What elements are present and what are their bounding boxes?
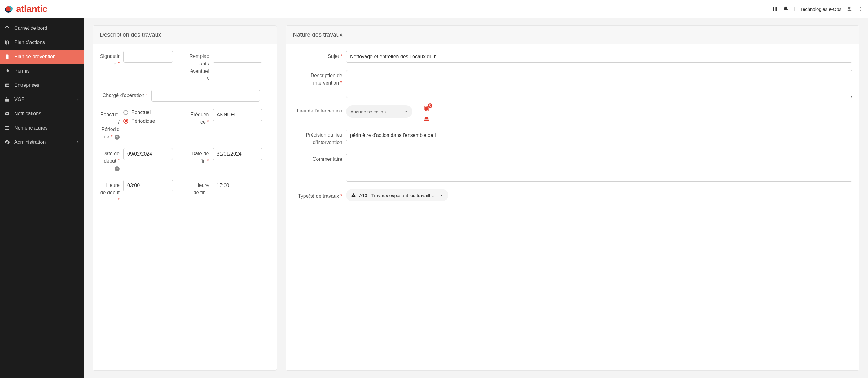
svg-rect-11 (8, 97, 8, 98)
sidebar: Carnet de bord Plan d'actions Plan de pr… (0, 18, 84, 378)
svg-point-5 (6, 85, 7, 86)
envelope-icon (4, 111, 10, 117)
chevron-down-icon (404, 110, 408, 114)
input-frequence[interactable] (213, 109, 262, 121)
input-remplacants[interactable] (213, 51, 262, 63)
input-heure-fin[interactable] (213, 180, 262, 191)
label-commentaire: Commentaire (293, 154, 342, 163)
svg-rect-14 (5, 128, 9, 128)
brand[interactable]: atlantic (4, 4, 48, 14)
sidebar-item-label: Permis (14, 68, 30, 74)
flame-icon (4, 68, 10, 74)
calendar-icon (4, 97, 10, 102)
user-label: Technologies e-Obs (800, 6, 841, 12)
sidebar-item-label: Carnet de bord (14, 25, 48, 31)
svg-rect-6 (7, 85, 9, 85)
help-icon[interactable]: ? (115, 135, 120, 140)
gear-icon (4, 139, 10, 145)
input-date-debut[interactable] (123, 148, 173, 160)
roadblock-icon[interactable] (424, 116, 430, 122)
label-charge-operation: Chargé d'opération * (100, 90, 148, 99)
radio-checked-icon (123, 119, 128, 124)
sidebar-item-label: Plan de prévention (14, 54, 56, 60)
label-heure-debut: Heure de début * (100, 180, 120, 204)
card-description-travaux: Description des travaux Signataire * Rem… (93, 25, 277, 371)
separator: | (794, 6, 795, 12)
svg-rect-7 (7, 85, 9, 86)
bell-icon[interactable] (783, 6, 789, 12)
chevron-right-icon[interactable] (858, 6, 864, 12)
select-types-travaux[interactable]: A13 - Travaux exposant les travailleurs … (346, 189, 448, 201)
user-avatar-icon[interactable] (846, 6, 852, 12)
topbar-actions: | Technologies e-Obs (772, 6, 864, 12)
help-icon[interactable]: ? (115, 166, 120, 171)
warning-icon (351, 193, 356, 198)
input-charge-operation[interactable] (152, 90, 260, 102)
label-date-debut: Date de début * ? (100, 148, 120, 172)
input-heure-debut[interactable] (123, 180, 173, 191)
id-card-icon (4, 83, 10, 88)
sidebar-item-notifications[interactable]: Notifications (0, 106, 84, 121)
label-description-intervention: Description de l'intervention * (293, 70, 342, 87)
svg-rect-13 (5, 126, 9, 127)
input-precision-lieu[interactable] (346, 129, 852, 141)
svg-rect-10 (6, 97, 6, 98)
input-sujet[interactable] (346, 51, 852, 63)
label-frequence: Fréquence * (189, 109, 209, 126)
chevron-right-icon (75, 140, 80, 145)
label-remplacants: Remplaçants éventuels (189, 51, 209, 83)
card-nature-travaux: Nature des travaux Sujet * Description d… (286, 25, 859, 371)
sidebar-item-label: VGP (14, 97, 25, 102)
label-signataire: Signataire * (100, 51, 120, 67)
card-title: Description des travaux (93, 26, 277, 44)
chevron-right-icon (75, 97, 80, 102)
sidebar-item-plan-prevention[interactable]: Plan de prévention (0, 50, 84, 64)
card-title: Nature des travaux (286, 26, 859, 44)
sidebar-item-label: Administration (14, 139, 45, 145)
brand-logo-icon (4, 5, 13, 13)
sidebar-item-administration[interactable]: Administration (0, 135, 84, 149)
radio-ponctuel[interactable]: Ponctuel (123, 110, 155, 115)
dashboard-icon (4, 25, 10, 31)
label-types-travaux: Type(s) de travaux * (293, 191, 342, 200)
document-icon (4, 54, 10, 60)
select-lieu[interactable]: Aucune sélection (346, 105, 412, 118)
svg-rect-9 (5, 98, 9, 99)
sidebar-item-label: Entreprises (14, 83, 39, 88)
map-icon (4, 40, 10, 45)
label-heure-fin: Heure de fin * (189, 180, 209, 196)
map-count-badge: 0 (428, 103, 432, 108)
input-date-fin[interactable] (213, 148, 262, 160)
brand-name: atlantic (16, 4, 48, 14)
textarea-description-intervention[interactable] (346, 70, 852, 98)
label-sujet: Sujet * (293, 51, 342, 60)
svg-rect-15 (5, 129, 9, 130)
sidebar-item-label: Plan d'actions (14, 40, 45, 45)
sidebar-item-permis[interactable]: Permis (0, 64, 84, 78)
label-date-fin: Date de fin * (189, 148, 209, 165)
sidebar-item-plan-actions[interactable]: Plan d'actions (0, 35, 84, 50)
content-area: Description des travaux Signataire * Rem… (84, 18, 868, 378)
radio-periodique[interactable]: Périodique (123, 118, 155, 124)
svg-point-2 (6, 6, 10, 11)
sidebar-item-vgp[interactable]: VGP (0, 92, 84, 106)
textarea-commentaire[interactable] (346, 154, 852, 182)
svg-rect-12 (5, 113, 9, 115)
label-precision-lieu: Précision du lieu d'intervention (293, 129, 342, 146)
sidebar-item-entreprises[interactable]: Entreprises (0, 78, 84, 92)
map-marker-icon[interactable]: 0 (424, 105, 430, 112)
list-icon (4, 125, 10, 131)
map-icon[interactable] (772, 6, 778, 12)
chevron-down-icon (440, 193, 443, 197)
sidebar-item-label: Nomenclatures (14, 125, 48, 131)
sidebar-item-label: Notifications (14, 111, 41, 117)
label-ponctuel-periodique: Ponctuel / Périodique * ? (100, 109, 120, 141)
sidebar-item-nomenclatures[interactable]: Nomenclatures (0, 121, 84, 135)
svg-point-3 (848, 7, 851, 9)
label-lieu-intervention: Lieu de l'intervention (293, 105, 342, 115)
sidebar-item-carnet[interactable]: Carnet de bord (0, 21, 84, 35)
radio-unchecked-icon (123, 110, 128, 115)
input-signataire[interactable] (123, 51, 173, 63)
top-bar: atlantic | Technologies e-Obs (0, 0, 868, 18)
